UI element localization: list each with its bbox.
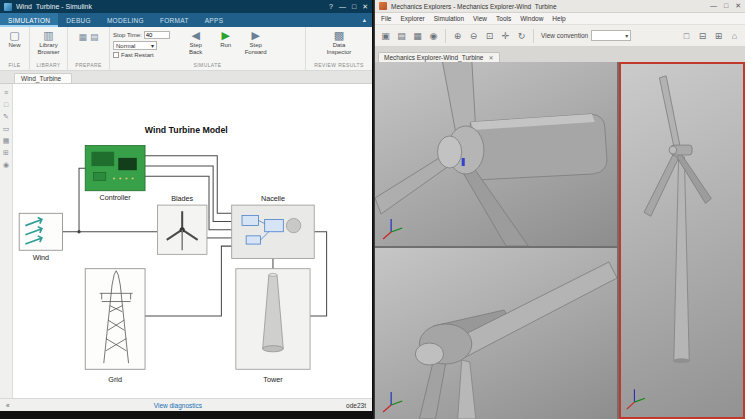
tower-pole: [458, 360, 476, 419]
step-forward-button[interactable]: ▶ Step Forward: [243, 29, 269, 55]
simulink-window: Wind_Turbine - Simulink ? — □ ✕ SIMULATI…: [0, 0, 373, 419]
single-pane-icon[interactable]: □: [680, 29, 693, 42]
nacelle-block[interactable]: Nacelle: [232, 194, 315, 258]
mechanics-toolbar: ▣ ▤ ▦ ◉ ⊕ ⊖ ⊡ ✛ ↻ View convention ▾ □ ⊟ …: [375, 25, 745, 47]
data-inspector-icon: ▩: [334, 29, 344, 42]
zoom-out-icon[interactable]: ⊖: [467, 29, 480, 42]
chevron-down-icon: ▾: [625, 32, 628, 39]
turbine-blade: [659, 76, 680, 151]
viewmark-tool-icon[interactable]: ▦: [3, 137, 10, 144]
fast-restart-checkbox[interactable]: [113, 52, 119, 58]
section-label-review-results: REVIEW RESULTS: [309, 60, 369, 70]
section-label-file: FILE: [3, 60, 26, 70]
area-tool-icon[interactable]: ▭: [3, 125, 10, 132]
view-pane-side-selected[interactable]: [619, 62, 745, 419]
controller-block[interactable]: Controller: [85, 146, 145, 202]
close-icon[interactable]: ✕: [735, 2, 741, 10]
help-icon[interactable]: ?: [329, 3, 333, 11]
step-back-button[interactable]: ◀ Step Back: [183, 29, 209, 55]
prepare-tool-icon[interactable]: ▦: [78, 32, 87, 42]
pan-icon[interactable]: ✛: [499, 29, 512, 42]
annotation-tool-icon[interactable]: ✎: [3, 113, 9, 120]
tab-debug[interactable]: DEBUG: [58, 13, 99, 27]
zoom-in-icon[interactable]: ⊕: [451, 29, 464, 42]
pcb-chip-icon: [118, 158, 137, 170]
maximize-icon[interactable]: □: [724, 2, 728, 10]
data-inspector-button[interactable]: ▩ Data Inspector: [321, 29, 357, 55]
explorer-tab[interactable]: Mechanics Explorer-Wind_Turbine ✕: [378, 52, 500, 62]
library-browser-button[interactable]: ▥ Library Browser: [33, 29, 64, 55]
simulink-titlebar: Wind_Turbine - Simulink ? — □ ✕: [0, 0, 372, 13]
mechanics-titlebar: Mechanics Explorers - Mechanics Explorer…: [375, 0, 745, 13]
svg-text:Grid: Grid: [108, 375, 122, 384]
menu-file[interactable]: File: [381, 15, 391, 22]
minimize-icon[interactable]: —: [710, 2, 717, 10]
new-button[interactable]: ▢ New: [3, 29, 26, 49]
mechanics-tab-bar: Mechanics Explorer-Wind_Turbine ✕: [375, 47, 745, 62]
turbine-blade: [375, 154, 452, 214]
split-horizontal-icon[interactable]: ⊞: [712, 29, 725, 42]
camera-home-icon[interactable]: ⌂: [728, 29, 741, 42]
view-convention-label: View convention: [541, 32, 588, 39]
save-icon[interactable]: ▣: [379, 29, 392, 42]
browser-toggle-icon[interactable]: ≡: [4, 89, 8, 96]
solver-indicator[interactable]: ode23t: [346, 402, 366, 409]
canvas-palette: ≡ □ ✎ ▭ ▦ ⊞ ◉: [0, 84, 13, 398]
record-video-icon[interactable]: ◉: [427, 29, 440, 42]
menu-view[interactable]: View: [473, 15, 487, 22]
ribbon-collapse-icon[interactable]: ▴: [363, 16, 366, 24]
tab-modeling[interactable]: MODELING: [99, 13, 152, 27]
fit-view-icon[interactable]: ⊡: [483, 29, 496, 42]
blades-block[interactable]: Blades: [157, 194, 207, 254]
menu-simulation[interactable]: Simulation: [434, 15, 464, 22]
turbine-blade: [442, 62, 476, 132]
tab-format[interactable]: FORMAT: [152, 13, 197, 27]
section-label-prepare: PREPARE: [71, 60, 106, 70]
tab-apps[interactable]: APPS: [197, 13, 232, 27]
run-button[interactable]: ▶ Run: [213, 29, 239, 49]
new-file-icon: ▢: [9, 29, 19, 42]
rotate-icon[interactable]: ↻: [515, 29, 528, 42]
axis-triad-icon: [383, 392, 402, 412]
grid-block[interactable]: Grid: [85, 269, 145, 384]
tower-block[interactable]: Tower: [236, 269, 310, 384]
viewport-3d: [375, 62, 745, 419]
simulink-logo-icon: [4, 3, 12, 11]
mechanics-logo-icon: [379, 2, 387, 10]
close-icon[interactable]: ✕: [362, 3, 368, 11]
toolstrip: ▢ New FILE ▥ Library Browser LIBRARY ▦ ▤: [0, 27, 372, 71]
minimize-icon[interactable]: —: [339, 3, 346, 11]
model-canvas[interactable]: Wind Turbine Model: [13, 84, 372, 398]
split-vertical-icon[interactable]: ⊟: [696, 29, 709, 42]
tab-simulation[interactable]: SIMULATION: [0, 13, 58, 27]
view-convention-dropdown[interactable]: ▾: [591, 30, 631, 41]
model-tab[interactable]: Wind_Turbine: [14, 73, 72, 83]
stop-time-input[interactable]: [144, 31, 170, 39]
menu-tools[interactable]: Tools: [496, 15, 511, 22]
menu-help[interactable]: Help: [552, 15, 565, 22]
fast-restart-label: Fast Restart: [121, 52, 154, 58]
mechanics-window-title: Mechanics Explorers - Mechanics Explorer…: [391, 3, 706, 10]
record-tool-icon[interactable]: ◉: [3, 161, 9, 168]
subsystem-tool-icon[interactable]: ⊞: [3, 149, 9, 156]
library-browser-icon: ▥: [43, 29, 53, 42]
svg-text:Tower: Tower: [263, 375, 283, 384]
document-tab-bar: Wind_Turbine: [0, 71, 372, 84]
zoom-tool-icon[interactable]: □: [4, 101, 8, 108]
axis-triad-icon: [383, 219, 402, 239]
view-pane-bottom[interactable]: [375, 248, 617, 419]
svg-text:Controller: Controller: [100, 193, 132, 202]
maximize-icon[interactable]: □: [352, 3, 356, 11]
wind-block[interactable]: Wind: [19, 213, 62, 262]
menu-window[interactable]: Window: [520, 15, 543, 22]
menu-explorer[interactable]: Explorer: [400, 15, 424, 22]
view-diagnostics-link[interactable]: View diagnostics: [10, 402, 346, 409]
copy-view-icon[interactable]: ▦: [411, 29, 424, 42]
print-icon[interactable]: ▤: [395, 29, 408, 42]
rotor-hub: [669, 146, 677, 154]
tab-close-icon[interactable]: ✕: [488, 54, 493, 61]
simulation-mode-dropdown[interactable]: Normal ▾: [113, 41, 157, 50]
prepare-tool-icon-2[interactable]: ▤: [90, 32, 99, 42]
mechanics-menubar: File Explorer Simulation View Tools Wind…: [375, 13, 745, 25]
view-pane-front[interactable]: [375, 62, 617, 246]
